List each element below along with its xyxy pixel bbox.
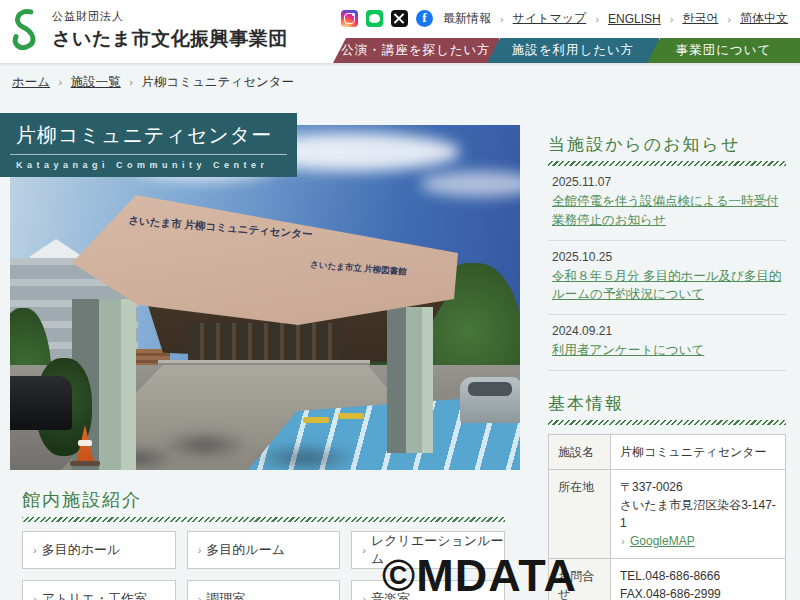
news-heading: 当施設からのお知らせ bbox=[548, 133, 786, 156]
news-date: 2024.09.21 bbox=[552, 324, 786, 338]
line-icon[interactable] bbox=[366, 10, 383, 27]
instagram-icon[interactable] bbox=[341, 10, 358, 27]
nav-tab-about[interactable]: 事業団について bbox=[647, 38, 800, 63]
utility-nav: f 最新情報 › サイトマップ › ENGLISH › 한국어 › 简体中文 bbox=[341, 10, 788, 27]
facility-label: 多目的ホール bbox=[42, 541, 121, 559]
page-title-english: Katayanagi Community Center bbox=[0, 155, 297, 170]
link-english[interactable]: ENGLISH bbox=[608, 12, 661, 26]
link-korean[interactable]: 한국어 bbox=[682, 10, 718, 27]
link-sitemap[interactable]: サイトマップ bbox=[513, 10, 587, 27]
info-label: 施設名 bbox=[549, 434, 611, 469]
facility-link-multipurpose-hall[interactable]: › 多目的ホール bbox=[22, 531, 176, 569]
postal-code: 〒337-0026 bbox=[620, 478, 776, 496]
photo-wheel-stop bbox=[338, 413, 364, 419]
chevron-separator-icon: › bbox=[129, 76, 133, 88]
google-map-link[interactable]: GoogleMAP bbox=[630, 534, 695, 548]
table-row: お問合せ TEL.048-686-8666 FAX.048-686-2999 ›… bbox=[549, 558, 786, 600]
link-chinese[interactable]: 简体中文 bbox=[740, 10, 788, 27]
news-item: 2025.11.07 全館停電を伴う設備点検による一時受付業務停止のお知らせ bbox=[548, 166, 786, 241]
basic-info-heading: 基本情報 bbox=[548, 392, 786, 415]
nav-tab-performances[interactable]: 公演・講座を探したい方 bbox=[333, 38, 499, 63]
facility-label: アトリエ・工作室 bbox=[42, 590, 147, 600]
section-divider bbox=[22, 517, 505, 522]
chevron-icon: › bbox=[33, 544, 37, 556]
breadcrumb-current: 片柳コミュニティセンター bbox=[141, 75, 294, 89]
facility-link-multipurpose-room[interactable]: › 多目的ルーム bbox=[187, 531, 341, 569]
news-link[interactable]: 令和８年５月分 多目的ホール及び多目的ルームの予約状況について bbox=[552, 267, 786, 305]
org-type-label: 公益財団法人 bbox=[52, 9, 288, 24]
table-row: 施設名 片柳コミュニティセンター bbox=[549, 434, 786, 469]
news-date: 2025.11.07 bbox=[552, 175, 786, 189]
chevron-icon: › bbox=[362, 544, 366, 556]
watermark: ©MDATA bbox=[382, 550, 577, 600]
info-label: 所在地 bbox=[549, 469, 611, 558]
news-item: 2024.09.21 利用者アンケートについて bbox=[548, 315, 786, 371]
photo-traffic-cone-band bbox=[78, 440, 92, 446]
info-value: 〒337-0026 さいたま市見沼区染谷3-147-1 › GoogleMAP bbox=[611, 469, 786, 558]
chevron-separator-icon: › bbox=[670, 13, 674, 25]
chevron-separator-icon: › bbox=[59, 76, 63, 88]
news-date: 2025.10.25 bbox=[552, 250, 786, 264]
chevron-separator-icon: › bbox=[727, 13, 731, 25]
facebook-icon[interactable]: f bbox=[416, 10, 433, 27]
photo-traffic-cone-base bbox=[70, 461, 100, 466]
news-link[interactable]: 利用者アンケートについて bbox=[552, 341, 786, 360]
page-title-banner: 片柳コミュニティセンター Katayanagi Community Center bbox=[0, 113, 297, 177]
chevron-icon: › bbox=[33, 593, 37, 600]
x-twitter-icon[interactable] bbox=[391, 10, 408, 27]
facilities-heading: 館内施設紹介 bbox=[22, 488, 505, 512]
news-item: 2025.10.25 令和８年５月分 多目的ホール及び多目的ルームの予約状況につ… bbox=[548, 241, 786, 316]
link-latest-news[interactable]: 最新情報 bbox=[443, 10, 491, 27]
basic-info-table: 施設名 片柳コミュニティセンター 所在地 〒337-0026 さいたま市見沼区染… bbox=[548, 434, 786, 600]
chevron-icon: › bbox=[362, 593, 366, 600]
breadcrumb-facility-list[interactable]: 施設一覧 bbox=[71, 75, 121, 89]
phone-number: TEL.048-686-8666 bbox=[620, 567, 776, 585]
breadcrumb: ホーム › 施設一覧 › 片柳コミュニティセンター bbox=[12, 74, 294, 91]
chevron-icon: › bbox=[621, 535, 625, 547]
info-value: TEL.048-686-8666 FAX.048-686-2999 › お問合せ… bbox=[611, 558, 786, 600]
chevron-separator-icon: › bbox=[595, 13, 599, 25]
photo-pillar bbox=[387, 307, 433, 453]
news-link[interactable]: 全館停電を伴う設備点検による一時受付業務停止のお知らせ bbox=[552, 192, 786, 230]
facility-label: 多目的ルーム bbox=[206, 541, 285, 559]
facility-label: 調理室 bbox=[206, 590, 245, 600]
sidebar: 当施設からのお知らせ 2025.11.07 全館停電を伴う設備点検による一時受付… bbox=[548, 133, 786, 600]
facility-link-atelier[interactable]: › アトリエ・工作室 bbox=[22, 580, 176, 600]
breadcrumb-home[interactable]: ホーム bbox=[12, 75, 50, 89]
page-title: 片柳コミュニティセンター bbox=[0, 113, 297, 154]
fax-number: FAX.048-686-2999 bbox=[620, 585, 776, 600]
facility-link-cooking-room[interactable]: › 調理室 bbox=[187, 580, 341, 600]
info-value: 片柳コミュニティセンター bbox=[611, 434, 786, 469]
chevron-icon: › bbox=[198, 544, 202, 556]
photo-car bbox=[460, 377, 520, 423]
photo-wheel-stop bbox=[303, 417, 329, 423]
photo-car bbox=[10, 376, 72, 430]
chevron-icon: › bbox=[198, 593, 202, 600]
main-nav: 公演・講座を探したい方 施設を利用したい方 事業団について bbox=[0, 38, 800, 63]
address-line: さいたま市見沼区染谷3-147-1 bbox=[620, 496, 776, 532]
site-header: 公益財団法人 さいたま市文化振興事業団 f 最新情報 › サイトマップ › EN… bbox=[0, 0, 800, 64]
table-row: 所在地 〒337-0026 さいたま市見沼区染谷3-147-1 › Google… bbox=[549, 469, 786, 558]
chevron-separator-icon: › bbox=[500, 13, 504, 25]
nav-tab-facilities[interactable]: 施設を利用したい方 bbox=[487, 38, 659, 63]
photo-shadow bbox=[250, 443, 360, 470]
section-divider bbox=[548, 420, 786, 425]
photo-entrance-doors bbox=[188, 323, 340, 363]
